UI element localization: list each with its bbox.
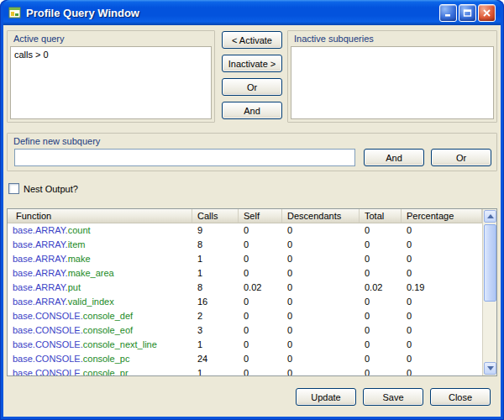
update-button[interactable]: Update xyxy=(296,388,356,406)
active-query-group: Active query calls > 0 xyxy=(7,30,215,123)
minimize-button[interactable] xyxy=(439,4,457,22)
function-cell: base.ARRAY.valid_index xyxy=(8,295,192,309)
function-cell: base.CONSOLE.console_def xyxy=(8,309,192,323)
value-cell: 0 xyxy=(239,323,282,338)
nest-output-label: Nest Output? xyxy=(24,184,78,194)
window-title: Profile Query Window xyxy=(26,7,435,19)
value-cell: 0 xyxy=(360,309,402,323)
value-cell: 2 xyxy=(192,309,239,323)
scroll-up-button[interactable] xyxy=(484,210,496,223)
table-row[interactable]: base.ARRAY.make10000 xyxy=(8,252,482,266)
value-cell: 0 xyxy=(402,252,482,266)
function-cell: base.ARRAY.make_area xyxy=(8,266,192,281)
profile-results-table: FunctionCallsSelfDescendantsTotalPercent… xyxy=(7,208,497,376)
column-header[interactable]: Total xyxy=(360,209,402,223)
function-cell: base.ARRAY.count xyxy=(8,223,192,238)
value-cell: 0 xyxy=(282,266,360,281)
column-header[interactable]: Percentage xyxy=(402,209,482,223)
value-cell: 9 xyxy=(192,223,239,238)
value-cell: 0.02 xyxy=(360,281,402,295)
column-header[interactable]: Self xyxy=(239,209,282,223)
value-cell: 0 xyxy=(360,223,402,238)
value-cell: 1 xyxy=(192,338,239,352)
value-cell: 0 xyxy=(282,238,360,252)
inactive-subqueries-label: Inactive subqueries xyxy=(294,34,374,44)
scrollbar-thumb[interactable] xyxy=(484,224,496,302)
value-cell: 16 xyxy=(192,295,239,309)
inactivate-button[interactable]: Inactivate > xyxy=(222,55,282,72)
value-cell: 1 xyxy=(192,266,239,281)
value-cell: 24 xyxy=(192,352,239,366)
and-define-button[interactable]: And xyxy=(364,149,424,166)
title-bar[interactable]: Profile Query Window xyxy=(3,0,501,25)
value-cell: 0 xyxy=(360,252,402,266)
column-header[interactable]: Calls xyxy=(192,209,239,223)
value-cell: 0 xyxy=(402,338,482,352)
table-row[interactable]: base.ARRAY.count90000 xyxy=(8,223,482,238)
arrow-down-icon xyxy=(487,366,494,370)
close-button[interactable] xyxy=(478,4,496,22)
value-cell: 0 xyxy=(239,352,282,366)
vertical-scrollbar[interactable] xyxy=(482,209,496,375)
function-cell: base.ARRAY.item xyxy=(8,238,192,252)
list-item[interactable]: calls > 0 xyxy=(11,47,211,60)
active-query-label: Active query xyxy=(13,34,65,44)
save-button[interactable]: Save xyxy=(363,388,423,406)
value-cell: 0 xyxy=(360,266,402,281)
value-cell: 3 xyxy=(192,323,239,338)
table-row[interactable]: base.CONSOLE.console_def20000 xyxy=(8,309,482,323)
function-cell: base.CONSOLE.console_pr xyxy=(8,366,192,375)
value-cell: 0 xyxy=(282,281,360,295)
value-cell: 0 xyxy=(282,252,360,266)
inactive-subqueries-list[interactable] xyxy=(291,46,494,119)
scroll-down-button[interactable] xyxy=(484,362,496,375)
nest-output-checkbox[interactable] xyxy=(8,183,19,194)
value-cell: 0.02 xyxy=(239,281,282,295)
table-row[interactable]: base.ARRAY.put80.0200.020.19 xyxy=(8,281,482,295)
value-cell: 0 xyxy=(282,366,360,375)
value-cell: 0 xyxy=(360,366,402,375)
value-cell: 0 xyxy=(282,295,360,309)
value-cell: 0 xyxy=(239,252,282,266)
value-cell: 0 xyxy=(360,323,402,338)
table-row[interactable]: base.CONSOLE.console_next_line10000 xyxy=(8,338,482,352)
activate-button[interactable]: < Activate xyxy=(222,31,282,49)
column-header[interactable]: Function xyxy=(8,209,192,223)
maximize-button[interactable] xyxy=(459,4,476,22)
app-icon xyxy=(8,6,22,19)
active-query-list[interactable]: calls > 0 xyxy=(10,46,212,119)
table-row[interactable]: base.CONSOLE.console_pr10000 xyxy=(8,366,482,375)
or-define-button[interactable]: Or xyxy=(431,149,491,166)
subquery-input[interactable] xyxy=(14,149,355,166)
function-cell: base.CONSOLE.console_eof xyxy=(8,323,192,338)
value-cell: 0 xyxy=(282,323,360,338)
column-header[interactable]: Descendants xyxy=(282,209,360,223)
table-row[interactable]: base.CONSOLE.console_eof30000 xyxy=(8,323,482,338)
value-cell: 0 xyxy=(402,266,482,281)
and-transfer-button[interactable]: And xyxy=(222,102,282,119)
value-cell: 0 xyxy=(239,366,282,375)
table-row[interactable]: base.ARRAY.make_area10000 xyxy=(8,266,482,281)
value-cell: 0 xyxy=(402,238,482,252)
value-cell: 0 xyxy=(360,338,402,352)
close-dialog-button[interactable]: Close xyxy=(430,388,491,406)
nest-output-row: Nest Output? xyxy=(8,183,78,194)
define-subquery-group: Define new subquery And Or xyxy=(7,133,497,171)
close-icon xyxy=(482,8,491,18)
value-cell: 0 xyxy=(282,352,360,366)
minimize-icon xyxy=(444,8,453,18)
dialog-client-area: Active query calls > 0 < Activate Inacti… xyxy=(3,25,501,417)
table-row[interactable]: base.ARRAY.valid_index160000 xyxy=(8,295,482,309)
or-transfer-button[interactable]: Or xyxy=(222,78,282,96)
value-cell: 0 xyxy=(360,352,402,366)
value-cell: 0.19 xyxy=(402,281,482,295)
table-row[interactable]: base.CONSOLE.console_pc240000 xyxy=(8,352,482,366)
value-cell: 1 xyxy=(192,366,239,375)
value-cell: 0 xyxy=(239,238,282,252)
value-cell: 8 xyxy=(192,238,239,252)
value-cell: 0 xyxy=(402,309,482,323)
inactive-subqueries-group: Inactive subqueries xyxy=(287,30,497,123)
table-row[interactable]: base.ARRAY.item80000 xyxy=(8,238,482,252)
function-cell: base.CONSOLE.console_pc xyxy=(8,352,192,366)
value-cell: 0 xyxy=(239,266,282,281)
